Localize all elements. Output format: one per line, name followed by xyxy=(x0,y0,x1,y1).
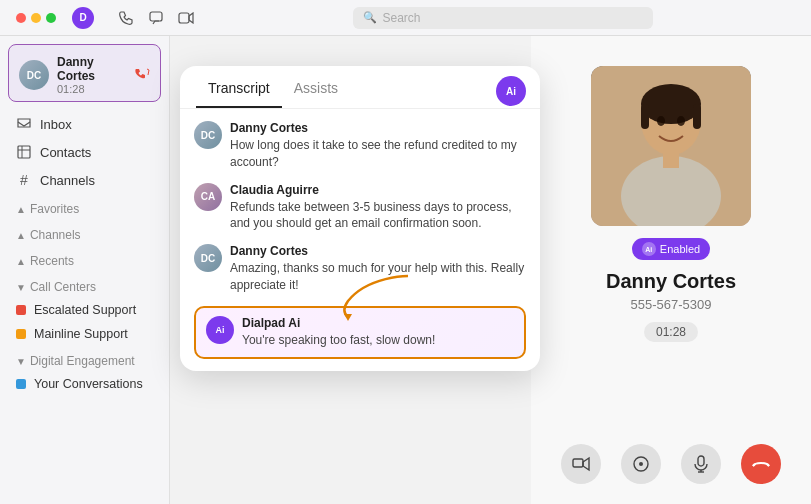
sidebar-contacts-label: Contacts xyxy=(40,145,91,160)
call-status-icon xyxy=(134,67,150,83)
topbar-icons xyxy=(118,10,194,26)
section-call-centers[interactable]: ▼ Call Centers xyxy=(0,272,169,298)
enabled-badge: Ai Enabled xyxy=(632,238,710,260)
svg-rect-18 xyxy=(698,456,704,466)
search-bar[interactable]: 🔍 Search xyxy=(353,7,653,29)
section-channels-group[interactable]: ▲ Channels xyxy=(0,220,169,246)
sidebar-item-escalated[interactable]: Escalated Support xyxy=(0,298,169,322)
svg-rect-12 xyxy=(663,148,679,168)
video-icon[interactable] xyxy=(178,10,194,26)
photo-placeholder xyxy=(591,66,751,226)
person-name: Danny Cortes xyxy=(606,270,736,293)
svg-rect-15 xyxy=(573,459,583,467)
contacts-icon xyxy=(16,144,32,160)
svg-rect-10 xyxy=(693,104,701,129)
svg-point-17 xyxy=(639,462,643,466)
section-digital-engagement[interactable]: ▼ Digital Engagement xyxy=(0,346,169,372)
escalated-label: Escalated Support xyxy=(34,303,136,317)
channels-icon: # xyxy=(16,172,32,188)
section-favorites[interactable]: ▲ Favorites xyxy=(0,194,169,220)
msg-text-claudia: Refunds take between 3-5 business days t… xyxy=(230,199,526,233)
tab-assists[interactable]: Assists xyxy=(282,80,350,108)
svg-point-13 xyxy=(657,116,665,126)
keypad-button[interactable] xyxy=(621,444,661,484)
svg-point-8 xyxy=(641,84,701,124)
sidebar-nav: Inbox Contacts # Channels xyxy=(0,106,169,504)
badge-ai-icon: Ai xyxy=(642,242,656,256)
enabled-badge-label: Enabled xyxy=(660,243,700,255)
sidebar-item-inbox[interactable]: Inbox xyxy=(0,110,169,138)
svg-point-14 xyxy=(677,116,685,126)
sidebar-channels-label: Channels xyxy=(40,173,95,188)
active-call-info: Danny Cortes 01:28 xyxy=(57,55,126,95)
topbar: D 🔍 Search xyxy=(0,0,811,36)
your-convos-dot xyxy=(16,379,26,389)
phone-icon[interactable] xyxy=(118,10,134,26)
content-area: DC Danny Cortes 01:28 xyxy=(0,36,811,504)
maximize-button[interactable] xyxy=(46,13,56,23)
mainline-label: Mainline Support xyxy=(34,327,128,341)
msg-content-danny1: Danny Cortes How long does it take to se… xyxy=(230,121,526,171)
person-phone: 555-567-5309 xyxy=(631,297,712,312)
sidebar-item-mainline[interactable]: Mainline Support xyxy=(0,322,169,346)
main-area: Transcript Assists Ai DC Danny Cortes xyxy=(170,36,811,504)
sidebar-item-channels[interactable]: # Channels xyxy=(0,166,169,194)
msg-text-ai: You're speaking too fast, slow down! xyxy=(242,332,435,349)
svg-rect-0 xyxy=(150,12,162,21)
mainline-dot xyxy=(16,329,26,339)
msg-name-claudia: Claudia Aguirre xyxy=(230,183,526,197)
ai-tab-icon: Ai xyxy=(496,76,526,106)
sidebar-item-your-conversations[interactable]: Your Conversations xyxy=(0,372,169,396)
end-call-button[interactable] xyxy=(741,444,781,484)
call-controls xyxy=(561,444,781,504)
tab-transcript[interactable]: Transcript xyxy=(196,80,282,108)
inbox-icon xyxy=(16,116,32,132)
app-logo: D xyxy=(72,7,94,29)
msg-content-claudia: Claudia Aguirre Refunds take between 3-5… xyxy=(230,183,526,233)
msg-avatar-danny2: DC xyxy=(194,244,222,272)
popup-tabs: Transcript Assists Ai xyxy=(180,66,540,109)
sidebar-item-contacts[interactable]: Contacts xyxy=(0,138,169,166)
svg-rect-9 xyxy=(641,104,649,129)
escalated-dot xyxy=(16,305,26,315)
svg-rect-1 xyxy=(179,13,189,23)
active-call-time: 01:28 xyxy=(57,83,126,95)
chat-icon[interactable] xyxy=(148,10,164,26)
call-timer: 01:28 xyxy=(644,322,698,342)
right-panel: Ai Enabled Danny Cortes 555-567-5309 01:… xyxy=(531,36,811,504)
msg-avatar-claudia: CA xyxy=(194,183,222,211)
msg-name-danny2: Danny Cortes xyxy=(230,244,526,258)
message-list: DC Danny Cortes How long does it take to… xyxy=(180,109,540,371)
arrow-indicator xyxy=(338,271,418,321)
message-row: CA Claudia Aguirre Refunds take between … xyxy=(194,183,526,233)
close-button[interactable] xyxy=(16,13,26,23)
msg-name-danny1: Danny Cortes xyxy=(230,121,526,135)
active-call-item[interactable]: DC Danny Cortes 01:28 xyxy=(8,44,161,102)
transfer-button[interactable] xyxy=(561,444,601,484)
active-call-avatar: DC xyxy=(19,60,49,90)
search-placeholder: Search xyxy=(383,11,421,25)
active-call-name: Danny Cortes xyxy=(57,55,126,83)
transcript-popup: Transcript Assists Ai DC Danny Cortes xyxy=(180,66,540,371)
section-recents[interactable]: ▲ Recents xyxy=(0,246,169,272)
msg-avatar-ai: Ai xyxy=(206,316,234,344)
center-space: Transcript Assists Ai DC Danny Cortes xyxy=(170,36,531,504)
svg-rect-2 xyxy=(18,146,30,158)
msg-text-danny1: How long does it take to see the refund … xyxy=(230,137,526,171)
mute-button[interactable] xyxy=(681,444,721,484)
msg-avatar-danny1: DC xyxy=(194,121,222,149)
minimize-button[interactable] xyxy=(31,13,41,23)
message-row: DC Danny Cortes How long does it take to… xyxy=(194,121,526,171)
your-convos-label: Your Conversations xyxy=(34,377,143,391)
sidebar-inbox-label: Inbox xyxy=(40,117,72,132)
svg-marker-5 xyxy=(344,314,352,321)
window-controls xyxy=(16,13,56,23)
sidebar: DC Danny Cortes 01:28 xyxy=(0,36,170,504)
person-photo xyxy=(591,66,751,226)
